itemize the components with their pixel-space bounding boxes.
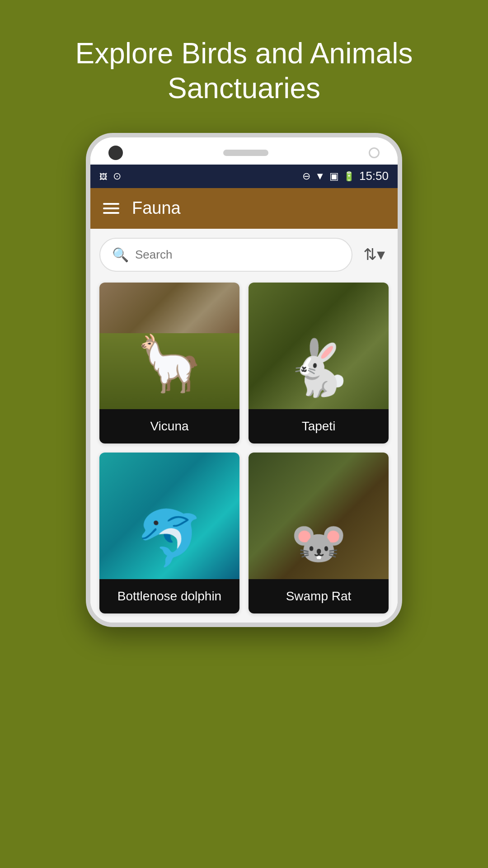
sort-filter-button[interactable]: ⇅▾ (360, 241, 389, 268)
animal-image-dolphin (99, 453, 239, 579)
wifi-icon (315, 170, 325, 182)
settings-icon (113, 170, 121, 182)
battery-icon (343, 170, 355, 182)
search-box[interactable]: 🔍 (99, 238, 352, 272)
phone-sensor (369, 147, 380, 158)
search-input[interactable] (135, 248, 340, 262)
search-icon: 🔍 (112, 247, 129, 263)
phone-camera (108, 146, 123, 160)
animal-grid: Vicuna Tapeti Bottlenose dolphin Swamp R… (99, 283, 389, 613)
animal-card-tapeti[interactable]: Tapeti (249, 283, 389, 443)
animal-image-vicuna (99, 283, 239, 409)
status-bar: 15:50 (90, 165, 398, 188)
status-right: 15:50 (302, 169, 389, 183)
animal-image-swamp-rat (249, 453, 389, 579)
animal-card-dolphin[interactable]: Bottlenose dolphin (99, 453, 239, 613)
animal-image-tapeti (249, 283, 389, 409)
phone-frame: 15:50 Fauna 🔍 ⇅▾ Vicuna (86, 133, 402, 627)
image-icon (99, 170, 108, 182)
search-row: 🔍 ⇅▾ (99, 238, 389, 272)
app-bar: Fauna (90, 188, 398, 229)
status-left (99, 170, 121, 182)
no-sim-icon (329, 170, 339, 182)
animal-card-swamp-rat[interactable]: Swamp Rat (249, 453, 389, 613)
phone-top-bar (90, 137, 398, 165)
clock: 15:50 (359, 169, 389, 183)
animal-card-vicuna[interactable]: Vicuna (99, 283, 239, 443)
animal-label-swamp-rat: Swamp Rat (249, 579, 389, 613)
app-title: Fauna (132, 198, 181, 218)
page-title-text: Explore Birds and Animals Sanctuaries (0, 0, 488, 133)
animal-label-tapeti: Tapeti (249, 409, 389, 443)
animal-label-vicuna: Vicuna (99, 409, 239, 443)
menu-button[interactable] (103, 203, 119, 214)
block-icon (302, 170, 310, 182)
content-area: 🔍 ⇅▾ Vicuna Tapeti Bottlenose dolphin (90, 229, 398, 623)
phone-speaker (223, 150, 268, 156)
animal-label-dolphin: Bottlenose dolphin (99, 579, 239, 613)
